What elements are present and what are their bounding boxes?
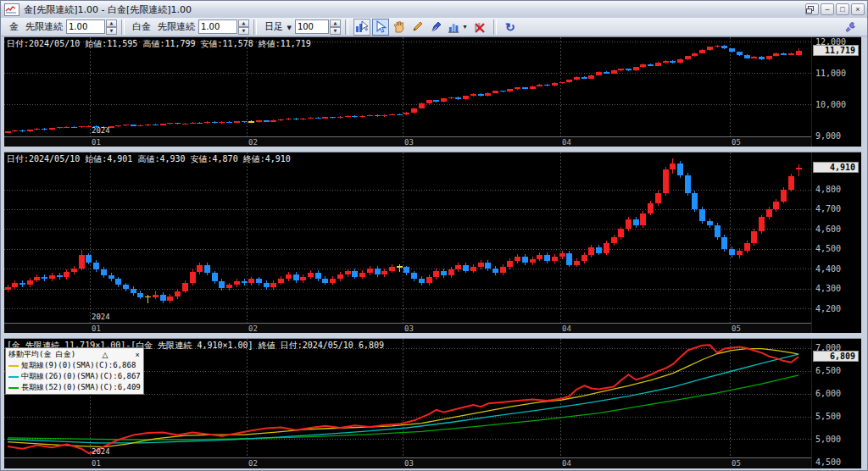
candle-body	[581, 77, 587, 79]
platinum-multiplier-stepper[interactable]: ▲▼	[238, 19, 249, 34]
candle-body	[566, 253, 572, 265]
candle-body	[441, 271, 447, 275]
candle-body	[441, 98, 447, 102]
candle-body	[626, 69, 632, 70]
candle-body	[270, 283, 276, 287]
candle-body	[71, 127, 77, 128]
hand-tool-icon[interactable]	[391, 19, 408, 36]
candle-body	[286, 274, 292, 279]
maximize-button[interactable]: □	[836, 3, 849, 15]
candle-body	[115, 279, 121, 285]
platinum-price-axis: 4,8004,7004,6004,5004,4004,3004,2004,910	[811, 152, 861, 334]
candle-body	[759, 57, 765, 60]
candle-body	[12, 130, 18, 131]
spread-chart-panel: [金 先限連続 11,719×1.00]-[白金 先限連続 4,910×1.00…	[4, 338, 861, 468]
candle-body	[715, 46, 721, 47]
candle-body	[685, 175, 691, 193]
sma-line-swatch	[8, 387, 19, 389]
axis-tick-label: 5,000	[815, 435, 841, 444]
gold-plot[interactable]	[4, 37, 811, 136]
candle-body	[522, 87, 528, 88]
candle-body	[759, 217, 765, 230]
candle-body	[426, 277, 432, 283]
pointer-tool-icon[interactable]	[372, 19, 389, 36]
axis-tick-label: 6,000	[815, 389, 841, 398]
platinum-multiplier-input[interactable]	[198, 19, 237, 34]
candle-body	[433, 100, 439, 102]
axis-tick-label: 4,500	[815, 244, 841, 253]
candle-body	[470, 94, 476, 97]
candle-body	[492, 269, 498, 273]
gold-multiplier-stepper[interactable]: ▲▼	[106, 19, 117, 34]
pencil-tool-icon[interactable]	[409, 19, 426, 36]
gold-multiplier-input[interactable]	[66, 19, 105, 34]
candle-body	[796, 168, 802, 169]
candle-body	[204, 122, 210, 123]
candle-body	[264, 120, 270, 121]
candle-body	[5, 131, 11, 132]
candle-body	[352, 271, 358, 277]
candle-body	[337, 117, 343, 118]
candle-body	[685, 56, 691, 59]
timeframe-dropdown[interactable]: 日足 ▼	[264, 20, 292, 33]
candle-body	[559, 253, 565, 258]
candle-body	[389, 114, 395, 115]
float-window-button[interactable]	[805, 3, 819, 15]
legend-items: 短期線(9)(0)(SMA)(C):6,868中期線(26)(0)(SMA)(C…	[8, 360, 141, 393]
candle-body	[131, 125, 136, 125]
refresh-icon[interactable]: ↻	[502, 19, 519, 36]
legend-collapse-button[interactable]: △	[101, 351, 108, 359]
legend-close-button[interactable]: ×	[135, 351, 141, 359]
candle-body	[219, 281, 225, 288]
axis-tick-label: 9,000	[815, 131, 841, 141]
candle-body	[611, 237, 617, 243]
candle-body	[93, 263, 99, 269]
close-button[interactable]: ×	[851, 3, 865, 15]
candle-body	[234, 281, 240, 285]
chart-cursor-icon[interactable]	[353, 19, 370, 36]
candle-body	[352, 116, 358, 117]
app-chart-icon	[4, 3, 19, 16]
candle-body	[633, 219, 639, 225]
bar-chart-icon[interactable]: ▼	[447, 19, 470, 36]
candle-body	[604, 72, 609, 74]
candle-body	[663, 169, 669, 193]
month-label: 05	[732, 138, 741, 147]
candle-body	[42, 129, 47, 130]
candle-body	[559, 82, 565, 83]
candle-body	[367, 269, 373, 273]
toolbar-separator	[121, 19, 125, 35]
candle-body	[544, 255, 550, 261]
candle-body	[721, 46, 727, 49]
wrench-icon[interactable]	[842, 19, 859, 36]
month-label: 03	[404, 324, 414, 333]
candle-body	[19, 130, 25, 131]
candle-body	[670, 163, 676, 169]
platinum-symbol-label: 白金	[132, 20, 151, 33]
candle-body	[552, 257, 558, 261]
platinum-plot[interactable]	[4, 152, 811, 323]
month-label: 01	[92, 459, 101, 468]
candle-body	[692, 53, 698, 57]
minimize-button[interactable]: –	[821, 3, 834, 15]
pen-tool-icon[interactable]	[428, 19, 445, 36]
candle-body	[293, 119, 299, 119]
candle-body	[182, 124, 188, 125]
clear-chart-icon[interactable]	[471, 19, 488, 36]
candle-body	[42, 277, 47, 279]
candle-body	[737, 251, 743, 255]
bars-count-input[interactable]	[295, 19, 329, 34]
candle-body	[530, 259, 536, 263]
candle-body	[485, 263, 491, 269]
candle-body	[663, 61, 669, 63]
candle-body	[419, 279, 425, 283]
window-title: 金[先限連続]1.00 - 白金[先限連続]1.00	[24, 3, 192, 16]
bars-count-stepper[interactable]: ▲▼	[330, 19, 341, 34]
candle-body	[744, 55, 750, 58]
candle-body	[234, 121, 240, 122]
candle-body	[375, 115, 381, 116]
candle-body	[773, 53, 779, 57]
candle-body	[633, 67, 639, 70]
candle-body	[463, 265, 469, 271]
candle-body	[515, 87, 520, 89]
